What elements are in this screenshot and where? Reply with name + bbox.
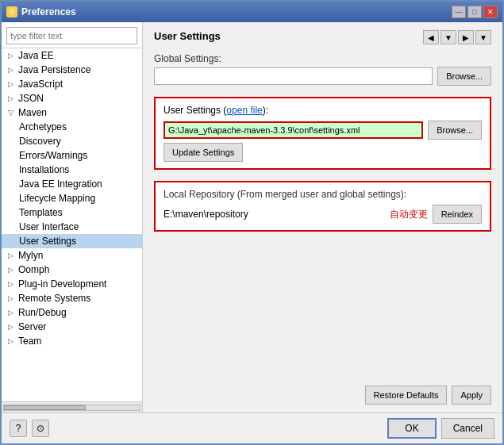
nav-forward-button[interactable]: ▶ bbox=[458, 30, 474, 44]
maximize-button[interactable]: □ bbox=[467, 6, 482, 18]
sidebar-item-javascript[interactable]: ▷ JavaScript bbox=[2, 77, 142, 91]
sidebar-item-java-ee[interactable]: ▷ Java EE bbox=[2, 48, 142, 63]
sidebar-item-team[interactable]: ▷ Team bbox=[2, 334, 142, 348]
arrow-icon: ▷ bbox=[8, 80, 16, 88]
arrow-icon: ▷ bbox=[8, 294, 16, 302]
nav-back-button[interactable]: ◀ bbox=[423, 30, 439, 44]
arrow-icon: ▷ bbox=[8, 52, 16, 59]
global-settings-input[interactable] bbox=[154, 67, 433, 85]
sidebar-item-label: Mylyn bbox=[18, 250, 43, 261]
preferences-window: ⚙ Preferences — □ ✕ ▷ Java EE bbox=[0, 0, 504, 445]
arrow-icon: ▷ bbox=[8, 266, 16, 274]
sidebar-item-label: Discovery bbox=[19, 136, 61, 147]
sidebar-item-label: Java Persistence bbox=[18, 64, 90, 75]
right-panel: User Settings ◀ ▼ ▶ ▼ Global Settings: B… bbox=[143, 22, 502, 412]
user-settings-row: Browse... bbox=[164, 121, 482, 140]
sidebar-item-discovery[interactable]: Discovery bbox=[2, 134, 142, 148]
title-bar-left: ⚙ Preferences bbox=[6, 6, 76, 17]
sidebar-item-plugin-development[interactable]: ▷ Plug-in Development bbox=[2, 277, 142, 291]
sidebar-item-label: User Interface bbox=[19, 221, 79, 232]
spacer bbox=[154, 240, 491, 374]
sidebar-item-errors-warnings[interactable]: Errors/Warnings bbox=[2, 148, 142, 163]
open-file-link[interactable]: open file bbox=[226, 105, 262, 116]
sidebar: ▷ Java EE ▷ Java Persistence ▷ JavaScrip… bbox=[2, 22, 143, 412]
sidebar-item-label: User Settings bbox=[19, 236, 76, 247]
window-icon: ⚙ bbox=[6, 6, 17, 17]
sidebar-item-label: Java EE Integration bbox=[19, 178, 102, 190]
title-bar: ⚙ Preferences — □ ✕ bbox=[2, 2, 502, 22]
arrow-icon: ▷ bbox=[8, 323, 16, 331]
global-settings-row: Browse... bbox=[154, 67, 491, 86]
user-settings-suffix: ): bbox=[263, 105, 268, 116]
browse-global-button[interactable]: Browse... bbox=[437, 67, 491, 86]
auto-change-text: 自动变更 bbox=[390, 208, 428, 221]
preferences-icon-button[interactable]: ⊙ bbox=[32, 420, 49, 437]
minimize-button[interactable]: — bbox=[452, 6, 466, 18]
panel-nav: ◀ ▼ ▶ ▼ bbox=[423, 30, 491, 44]
scroll-thumb[interactable] bbox=[4, 405, 86, 410]
ok-button[interactable]: OK bbox=[387, 418, 436, 439]
scroll-track[interactable] bbox=[3, 405, 140, 411]
cancel-button[interactable]: Cancel bbox=[441, 418, 494, 439]
sidebar-item-label: Installations bbox=[19, 164, 69, 175]
local-repo-row: E:\maven\repository 自动变更 Reindex bbox=[164, 205, 482, 224]
sidebar-item-remote-systems[interactable]: ▷ Remote Systems bbox=[2, 291, 142, 305]
nav-dropdown-button[interactable]: ▼ bbox=[441, 30, 456, 44]
global-settings-section: Global Settings: Browse... bbox=[154, 53, 491, 89]
sidebar-item-json[interactable]: ▷ JSON bbox=[2, 91, 142, 105]
sidebar-item-user-settings[interactable]: User Settings bbox=[2, 234, 142, 248]
title-buttons: — □ ✕ bbox=[452, 6, 498, 18]
arrow-icon: ▽ bbox=[8, 109, 16, 117]
arrow-icon: ▷ bbox=[8, 66, 16, 74]
main-content: ▷ Java EE ▷ Java Persistence ▷ JavaScrip… bbox=[2, 22, 502, 412]
bottom-icons: ? ⊙ bbox=[10, 420, 387, 437]
sidebar-item-maven[interactable]: ▽ Maven bbox=[2, 105, 142, 120]
sidebar-item-user-interface[interactable]: User Interface bbox=[2, 220, 142, 234]
arrow-icon: ▷ bbox=[8, 309, 16, 316]
arrow-icon: ▷ bbox=[8, 280, 16, 288]
sidebar-item-java-persistence[interactable]: ▷ Java Persistence bbox=[2, 63, 142, 77]
sidebar-item-label: Java EE bbox=[18, 50, 54, 61]
apply-button[interactable]: Apply bbox=[452, 386, 491, 405]
sidebar-item-label: Archetypes bbox=[19, 121, 67, 132]
nav-menu-button[interactable]: ▼ bbox=[475, 30, 491, 44]
help-button[interactable]: ? bbox=[10, 420, 27, 437]
sidebar-item-oomph[interactable]: ▷ Oomph bbox=[2, 263, 142, 277]
user-settings-section: User Settings (open file): Browse... Upd… bbox=[154, 97, 491, 170]
sidebar-item-java-ee-integration[interactable]: Java EE Integration bbox=[2, 177, 142, 191]
sidebar-item-server[interactable]: ▷ Server bbox=[2, 320, 142, 334]
local-repo-path: E:\maven\repository bbox=[164, 209, 385, 220]
arrow-icon: ▷ bbox=[8, 94, 16, 102]
browse-user-button[interactable]: Browse... bbox=[428, 121, 482, 140]
sidebar-item-label: JavaScript bbox=[18, 79, 63, 90]
window-title: Preferences bbox=[21, 6, 76, 17]
sidebar-item-label: Team bbox=[18, 336, 41, 347]
sidebar-item-run-debug[interactable]: ▷ Run/Debug bbox=[2, 305, 142, 320]
bottom-buttons: OK Cancel bbox=[387, 418, 494, 439]
sidebar-item-templates[interactable]: Templates bbox=[2, 205, 142, 220]
restore-defaults-button[interactable]: Restore Defaults bbox=[365, 386, 448, 405]
arrow-icon: ▷ bbox=[8, 337, 16, 345]
sidebar-item-mylyn[interactable]: ▷ Mylyn bbox=[2, 248, 142, 263]
sidebar-item-label: Lifecycle Mapping bbox=[19, 193, 95, 204]
sidebar-item-label: Plug-in Development bbox=[18, 278, 106, 290]
sidebar-item-label: Maven bbox=[18, 107, 47, 118]
user-settings-input[interactable] bbox=[164, 121, 423, 139]
sidebar-item-label: JSON bbox=[18, 93, 44, 104]
filter-input[interactable] bbox=[6, 27, 137, 44]
sidebar-item-label: Oomph bbox=[18, 264, 49, 275]
reindex-button[interactable]: Reindex bbox=[433, 205, 482, 224]
update-settings-button[interactable]: Update Settings bbox=[164, 143, 243, 162]
action-buttons-row: Restore Defaults Apply bbox=[154, 382, 491, 405]
horizontal-scrollbar[interactable] bbox=[2, 401, 142, 412]
sidebar-item-archetypes[interactable]: Archetypes bbox=[2, 120, 142, 134]
close-button[interactable]: ✕ bbox=[483, 6, 498, 18]
sidebar-item-installations[interactable]: Installations bbox=[2, 163, 142, 177]
sidebar-item-lifecycle-mapping[interactable]: Lifecycle Mapping bbox=[2, 191, 142, 205]
sidebar-scroll-container: ▷ Java EE ▷ Java Persistence ▷ JavaScrip… bbox=[2, 48, 142, 401]
sidebar-item-label: Errors/Warnings bbox=[19, 150, 87, 161]
global-settings-label: Global Settings: bbox=[154, 53, 491, 64]
tree-scroll[interactable]: ▷ Java EE ▷ Java Persistence ▷ JavaScrip… bbox=[2, 48, 142, 401]
sidebar-item-label: Run/Debug bbox=[18, 307, 67, 318]
panel-title: User Settings bbox=[154, 30, 221, 42]
